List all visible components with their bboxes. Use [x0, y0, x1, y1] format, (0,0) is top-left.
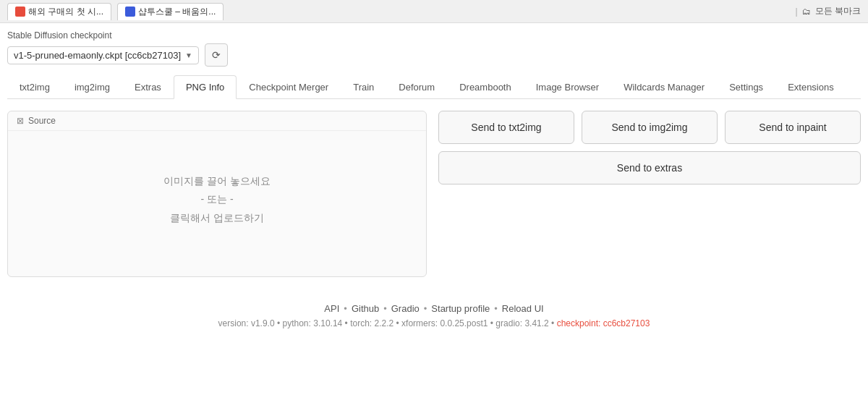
- send-buttons-row: Send to txt2img Send to img2img Send to …: [438, 111, 861, 144]
- tab1-favicon: [15, 7, 25, 17]
- refresh-icon: ⟳: [212, 49, 221, 61]
- send-extras-button[interactable]: Send to extras: [438, 151, 861, 184]
- tab-wildcards-manager[interactable]: Wildcards Manager: [611, 75, 717, 98]
- browser-tab-2[interactable]: 샵투스쿨 – 배움의...: [117, 3, 224, 20]
- send-img2img-button[interactable]: Send to img2img: [582, 111, 718, 144]
- tab1-label: 해외 구매의 첫 시...: [28, 6, 103, 18]
- drop-line1: 이미지를 끌어 놓으세요: [163, 172, 271, 190]
- footer-version: version: v1.9.0 • python: 3.10.14 • torc…: [7, 318, 861, 328]
- checkpoint-version-text: checkpoint: cc6cb27103: [557, 318, 650, 328]
- tab-extras[interactable]: Extras: [122, 75, 174, 98]
- tab-txt2img[interactable]: txt2img: [7, 75, 62, 98]
- footer-gradio-link[interactable]: Gradio: [391, 303, 420, 314]
- footer-dot-4: •: [494, 303, 498, 314]
- tab-extensions[interactable]: Extensions: [775, 75, 846, 98]
- drop-text: 이미지를 끌어 놓으세요 - 또는 - 클릭해서 업로드하기: [163, 172, 271, 227]
- tab-checkpoint-merger[interactable]: Checkpoint Merger: [237, 75, 341, 98]
- send-txt2img-button[interactable]: Send to txt2img: [438, 111, 574, 144]
- browser-right: | 🗂 모든 북마크: [796, 5, 861, 17]
- tab-image-browser[interactable]: Image Browser: [524, 75, 611, 98]
- version-text: version: v1.9.0: [218, 318, 275, 328]
- footer-dot-1: •: [344, 303, 347, 314]
- browser-tab-1[interactable]: 해외 구매의 첫 시...: [7, 3, 111, 20]
- tab-settings[interactable]: Settings: [717, 75, 775, 98]
- main-content: ⊠ Source 이미지를 끌어 놓으세요 - 또는 - 클릭해서 업로드하기 …: [7, 99, 861, 289]
- checkpoint-value: v1-5-pruned-emaonly.ckpt [cc6cb27103]: [14, 50, 181, 61]
- footer-reload-link[interactable]: Reload UI: [502, 303, 544, 314]
- chevron-down-icon: ▼: [185, 51, 192, 59]
- refresh-button[interactable]: ⟳: [205, 43, 228, 67]
- tab-deforum[interactable]: Deforum: [386, 75, 447, 98]
- right-panel: Send to txt2img Send to img2img Send to …: [438, 111, 861, 184]
- footer-links: API • Github • Gradio • Startup profile …: [7, 303, 861, 314]
- tab2-favicon: [125, 7, 135, 17]
- footer-github-link[interactable]: Github: [352, 303, 379, 314]
- checkpoint-section: Stable Diffusion checkpoint v1-5-pruned-…: [7, 30, 861, 67]
- footer-startup-link[interactable]: Startup profile: [431, 303, 490, 314]
- bookmarks-label: 모든 북마크: [815, 5, 861, 17]
- drop-line3: 클릭해서 업로드하기: [163, 209, 271, 227]
- checkpoint-label: Stable Diffusion checkpoint: [7, 30, 861, 41]
- separator: |: [796, 7, 798, 17]
- checkpoint-select[interactable]: v1-5-pruned-emaonly.ckpt [cc6cb27103] ▼: [7, 46, 199, 64]
- footer-sep1: •: [277, 318, 283, 328]
- footer-dot-3: •: [424, 303, 427, 314]
- footer-sep3: •: [396, 318, 402, 328]
- tab-img2img[interactable]: img2img: [62, 75, 122, 98]
- app-container: Stable Diffusion checkpoint v1-5-pruned-…: [0, 23, 868, 336]
- footer-api-link[interactable]: API: [324, 303, 339, 314]
- image-icon: ⊠: [15, 116, 25, 126]
- tab-png-info[interactable]: PNG Info: [174, 75, 237, 99]
- drop-zone[interactable]: 이미지를 끌어 놓으세요 - 또는 - 클릭해서 업로드하기: [8, 131, 426, 268]
- browser-tabs: 해외 구매의 첫 시... 샵투스쿨 – 배움의...: [7, 3, 790, 20]
- image-panel[interactable]: ⊠ Source 이미지를 끌어 놓으세요 - 또는 - 클릭해서 업로드하기: [7, 111, 427, 277]
- tab2-label: 샵투스쿨 – 배움의...: [138, 6, 216, 18]
- tab-train[interactable]: Train: [341, 75, 386, 98]
- drop-line2: - 또는 -: [163, 190, 271, 208]
- python-text: python: 3.10.14: [283, 318, 343, 328]
- checkpoint-row: v1-5-pruned-emaonly.ckpt [cc6cb27103] ▼ …: [7, 43, 861, 67]
- bookmarks-icon: 🗂: [802, 7, 811, 17]
- tabs-row: txt2img img2img Extras PNG Info Checkpoi…: [7, 75, 861, 99]
- source-label: Source: [28, 116, 56, 126]
- footer-sep2: •: [345, 318, 351, 328]
- image-panel-header: ⊠ Source: [8, 111, 426, 131]
- tab-dreambooth[interactable]: Dreambooth: [447, 75, 524, 98]
- xformers-text: xformers: 0.0.25.post1: [401, 318, 488, 328]
- gradio-text: gradio: 3.41.2: [495, 318, 548, 328]
- send-inpaint-button[interactable]: Send to inpaint: [725, 111, 861, 144]
- footer-sep5: •: [551, 318, 557, 328]
- footer-dot-2: •: [383, 303, 387, 314]
- browser-bar: 해외 구매의 첫 시... 샵투스쿨 – 배움의... | 🗂 모든 북마크: [0, 0, 868, 23]
- torch-text: torch: 2.2.2: [350, 318, 393, 328]
- footer: API • Github • Gradio • Startup profile …: [7, 289, 861, 336]
